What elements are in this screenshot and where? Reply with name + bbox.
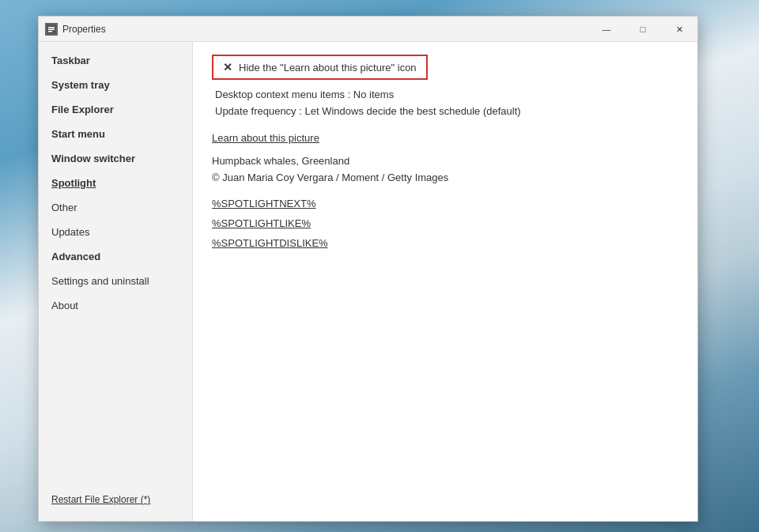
update-frequency-info: Update frequency : Let Windows decide th… — [212, 103, 678, 119]
window-title: Properties — [62, 24, 106, 35]
x-icon: ✕ — [223, 61, 232, 74]
picture-name: Humpback whales, Greenland — [212, 149, 678, 170]
sidebar-item-window-switcher[interactable]: Window switcher — [39, 146, 192, 171]
restart-file-explorer-link[interactable]: Restart File Explorer (*) — [51, 494, 150, 505]
title-bar-left: Properties — [45, 23, 106, 36]
svg-rect-3 — [48, 31, 52, 32]
hide-picture-icon-option[interactable]: ✕ Hide the "Learn about this picture" ic… — [212, 55, 428, 80]
picture-credit: © Juan Maria Coy Vergara / Moment / Gett… — [212, 170, 678, 193]
sidebar-item-about[interactable]: About — [39, 293, 192, 318]
sidebar-item-spotlight[interactable]: Spotlight — [39, 171, 192, 195]
sidebar: TaskbarSystem trayFile ExplorerStart men… — [39, 42, 193, 521]
svg-rect-1 — [48, 27, 55, 28]
sidebar-footer: Restart File Explorer (*) — [39, 487, 192, 515]
window-icon — [45, 23, 58, 36]
sidebar-item-taskbar[interactable]: Taskbar — [39, 48, 192, 73]
spotlight-next-link[interactable]: %SPOTLIGHTNEXT% — [212, 194, 678, 213]
title-bar-controls: — □ ✕ — [588, 17, 697, 41]
learn-about-picture-link[interactable]: Learn about this picture — [212, 129, 678, 147]
desktop-context-menu-info: Desktop context menu items : No items — [212, 86, 678, 103]
window-body: TaskbarSystem trayFile ExplorerStart men… — [39, 42, 697, 521]
sidebar-item-updates[interactable]: Updates — [39, 220, 192, 244]
sidebar-item-other[interactable]: Other — [39, 195, 192, 220]
sidebar-item-file-explorer[interactable]: File Explorer — [39, 97, 192, 122]
svg-rect-2 — [48, 28, 55, 30]
minimize-button[interactable]: — — [588, 17, 625, 42]
spotlight-like-link[interactable]: %SPOTLIGHTLIKE% — [212, 214, 678, 232]
maximize-button[interactable]: □ — [625, 17, 661, 42]
sidebar-item-advanced[interactable]: Advanced — [39, 244, 192, 269]
main-content: ✕ Hide the "Learn about this picture" ic… — [193, 42, 697, 521]
sidebar-items: TaskbarSystem trayFile ExplorerStart men… — [39, 48, 192, 318]
title-bar: Properties — □ ✕ — [39, 17, 697, 42]
close-button[interactable]: ✕ — [661, 17, 697, 42]
spotlight-dislike-link[interactable]: %SPOTLIGHTDISLIKE% — [212, 234, 678, 252]
hide-picture-icon-label: Hide the "Learn about this picture" icon — [239, 62, 417, 74]
sidebar-item-start-menu[interactable]: Start menu — [39, 122, 192, 146]
sidebar-item-settings-and-uninstall[interactable]: Settings and uninstall — [39, 269, 192, 293]
properties-window: Properties — □ ✕ TaskbarSystem trayFile … — [38, 16, 698, 522]
sidebar-item-system-tray[interactable]: System tray — [39, 73, 192, 97]
